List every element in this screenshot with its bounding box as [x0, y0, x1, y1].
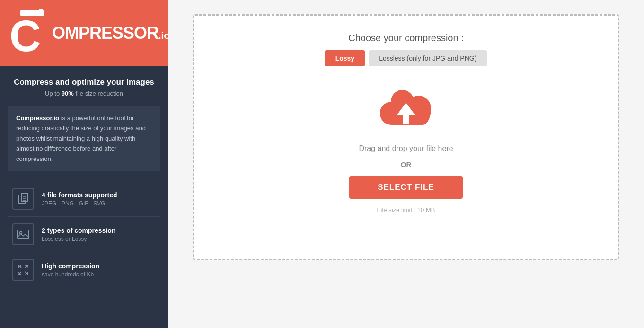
sidebar: C OMPRESSOR .io Compress and optimize yo… [0, 0, 168, 328]
files-icon [17, 192, 30, 205]
feature-item-highcomp: High compression save hundreds of Kb [8, 252, 160, 287]
feature-title-highcomp: High compression [42, 262, 99, 270]
feature-title-formats: 4 file formats supported [42, 191, 117, 199]
compress-icon-box [12, 259, 34, 281]
feature-item-formats: 4 file formats supported JPEG - PNG - GI… [8, 181, 160, 216]
upload-area: Drag and drop your file here OR SELECT F… [349, 89, 463, 213]
description-box: Compressor.io is a powerful online tool … [8, 106, 160, 171]
compress-icon [17, 263, 30, 276]
feature-text-formats: 4 file formats supported JPEG - PNG - GI… [42, 191, 117, 207]
btn-lossless[interactable]: Lossless (only for JPG and PNG) [369, 50, 487, 66]
logo-text-group: OMPRESSOR .io [52, 23, 169, 43]
svg-rect-8 [18, 230, 29, 239]
btn-lossy[interactable]: Lossy [325, 50, 365, 66]
svg-text:C: C [9, 12, 41, 57]
or-text: OR [401, 160, 412, 168]
logo-ompressor: OMPRESSOR [52, 23, 159, 43]
subtitle-pre: Up to [45, 90, 62, 97]
feature-text-compression: 2 types of compression Lossless or Lossy [42, 227, 115, 242]
logo-wrapper: C OMPRESSOR .io [9, 9, 169, 57]
feature-item-compression: 2 types of compression Lossless or Lossy [8, 216, 160, 252]
headline-subtitle: Up to 90% file size reduction [11, 90, 157, 97]
cloud-upload-icon [375, 89, 437, 137]
subtitle-highlight: 90% [62, 90, 74, 97]
image-icon [17, 228, 30, 241]
feature-text-highcomp: High compression save hundreds of Kb [42, 262, 99, 278]
feature-sub-formats: JPEG - PNG - GIF - SVG [42, 200, 117, 207]
drop-zone[interactable]: Choose your compression : Lossy Lossless… [193, 14, 619, 260]
logo-icon: C [9, 9, 52, 57]
headline-title: Compress and optimize your images [11, 78, 157, 87]
features-list: 4 file formats supported JPEG - PNG - GI… [0, 181, 168, 287]
feature-title-compression: 2 types of compression [42, 227, 115, 234]
file-limit-text: File size limit : 10 MB [377, 206, 435, 213]
compression-chooser: Choose your compression : Lossy Lossless… [325, 33, 487, 66]
compression-buttons: Lossy Lossless (only for JPG and PNG) [325, 50, 487, 66]
brand-name: Compressor.io [16, 115, 59, 122]
headline-section: Compress and optimize your images Up to … [0, 66, 168, 106]
description-text: is a powerful online tool for reducing d… [16, 115, 146, 162]
feature-sub-highcomp: save hundreds of Kb [42, 271, 99, 278]
feature-sub-compression: Lossless or Lossy [42, 236, 115, 242]
files-icon-box [12, 188, 34, 210]
svg-rect-2 [39, 9, 43, 12]
main-content: Choose your compression : Lossy Lossless… [168, 0, 644, 328]
compression-label: Choose your compression : [348, 33, 463, 44]
drag-drop-text: Drag and drop your file here [359, 142, 453, 155]
logo-area: C OMPRESSOR .io [0, 0, 168, 66]
subtitle-post: file size reduction [74, 90, 123, 97]
select-file-button[interactable]: SELECT FILE [349, 176, 463, 199]
image-icon-box [12, 223, 34, 245]
